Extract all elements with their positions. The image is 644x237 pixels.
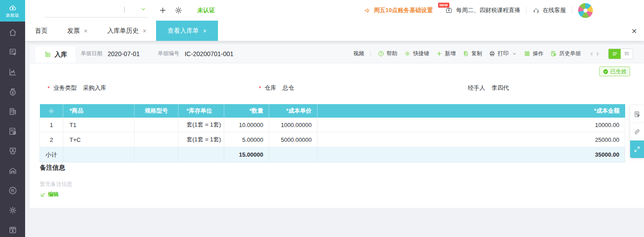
- sidebar-item-salary[interactable]: [0, 141, 25, 161]
- doc-tab-inbound[interactable]: 入库: [35, 46, 75, 63]
- date-value: 2020-07-01: [108, 50, 140, 57]
- add-button[interactable]: 新增: [436, 50, 456, 57]
- warehouse-icon: [8, 166, 17, 176]
- tab-home[interactable]: 首页: [25, 21, 57, 41]
- help-label: 帮助: [387, 50, 397, 57]
- field-value: 李四代: [492, 84, 509, 92]
- text-caret: [124, 7, 125, 13]
- doc-info-button[interactable]: [630, 105, 644, 123]
- copy-label: 复制: [471, 50, 482, 57]
- related-docs-button[interactable]: [630, 123, 644, 140]
- divider: [370, 51, 371, 57]
- copy-button[interactable]: 复制: [462, 50, 482, 57]
- inbound-order-card: 入库 单据日期 2020-07-01 单据编号 IC-20200701-001 …: [30, 44, 644, 208]
- settings-button[interactable]: [174, 5, 183, 15]
- gear-icon: [8, 206, 17, 215]
- header-qty: *数量: [224, 104, 269, 118]
- live-course-link[interactable]: NEW 每周二、四财税课程直播: [439, 6, 520, 14]
- header-spec: 规格型号: [135, 104, 178, 118]
- tab-view-inbound-order[interactable]: 查看入库单 ×: [156, 21, 218, 41]
- avatar[interactable]: [578, 3, 593, 18]
- header-product: *商品: [63, 104, 135, 118]
- tab-inbound-history[interactable]: 入库单历史 ×: [97, 21, 156, 41]
- sidebar-item-company[interactable]: [0, 101, 25, 121]
- doc-toolbar: 视频 帮助 快捷键 新增 复制 打印 操作 历史单据: [353, 48, 644, 59]
- promo-text: 周五10点账务基础设置: [374, 6, 433, 14]
- page-close-button[interactable]: ×: [628, 25, 640, 37]
- sidebar-item-invoice[interactable]: [0, 42, 25, 62]
- company-select[interactable]: [45, 4, 148, 18]
- close-icon[interactable]: ×: [84, 28, 87, 34]
- gear-icon: [404, 50, 411, 57]
- cell-amount: 25000.00: [318, 132, 625, 147]
- actions-button[interactable]: 操作: [524, 50, 544, 57]
- header-amount: *成本金额: [318, 104, 625, 118]
- tab-label: 入库单历史: [107, 27, 139, 35]
- column-settings-button[interactable]: [40, 108, 63, 114]
- card-view-toggle[interactable]: [621, 49, 633, 59]
- online-support-link[interactable]: 在线客服: [532, 6, 566, 14]
- new-badge: NEW: [438, 3, 449, 8]
- expand-button[interactable]: [630, 140, 644, 158]
- sidebar-item-reports[interactable]: [0, 62, 25, 82]
- items-table: *商品 规格型号 *库存单位 *数量 *成本单价 *成本金额 1 T1 套(1套…: [39, 104, 625, 162]
- tab-label: 首页: [35, 27, 48, 35]
- field-label: 仓库: [265, 84, 276, 92]
- sidebar-item-funds[interactable]: [0, 82, 25, 101]
- pencil-icon: [40, 192, 46, 198]
- tab-invoice[interactable]: 发票 ×: [57, 21, 97, 41]
- remark-edit-button[interactable]: 编辑: [40, 191, 59, 198]
- megaphone-icon: [364, 7, 371, 14]
- add-label: 新增: [445, 50, 456, 57]
- cell-unit: 套(1套 = 1套): [178, 132, 224, 147]
- header-price: *成本单价: [269, 104, 318, 118]
- chevron-down-icon: [512, 51, 517, 57]
- list-view-icon: [612, 51, 618, 57]
- row-index: 1: [40, 118, 63, 132]
- promo-link[interactable]: 周五10点账务基础设置: [364, 6, 433, 14]
- video-icon: [8, 225, 17, 235]
- subtotal-empty: [178, 147, 224, 162]
- history-button[interactable]: 历史单据: [550, 50, 581, 57]
- tax-icon: [8, 186, 17, 195]
- sidebar: 旗舰版: [0, 0, 25, 237]
- close-icon[interactable]: ×: [203, 28, 206, 34]
- subtotal-empty: [135, 147, 178, 162]
- home-icon: [8, 28, 17, 37]
- live-icon-wrap: NEW: [445, 6, 453, 14]
- prev-doc-button[interactable]: [588, 52, 592, 56]
- field-value: 总仓: [283, 84, 294, 92]
- list-view-toggle[interactable]: [609, 49, 621, 59]
- sidebar-item-home[interactable]: [0, 22, 25, 42]
- sidebar-item-settings[interactable]: [0, 200, 25, 220]
- chart-icon: [8, 67, 17, 77]
- hotkeys-button[interactable]: 快捷键: [404, 50, 429, 57]
- video-button[interactable]: 视频: [353, 50, 364, 57]
- print-button[interactable]: 打印: [489, 50, 517, 57]
- app-logo[interactable]: 旗舰版: [0, 0, 25, 22]
- link-icon: [633, 128, 641, 136]
- cell-qty: 10.00000: [224, 118, 269, 132]
- next-doc-button[interactable]: [597, 52, 601, 56]
- cell-amount: 10000.00: [318, 118, 625, 132]
- add-company-button[interactable]: [158, 5, 168, 15]
- printer-icon: [489, 50, 496, 57]
- remark-edit-label: 编辑: [48, 191, 59, 198]
- card-view-icon: [624, 51, 630, 57]
- field-warehouse: * 仓库 总仓: [259, 84, 294, 92]
- subtotal-amount: 35000.00: [318, 147, 625, 162]
- cashier-icon: [8, 146, 17, 156]
- verify-status-link[interactable]: 未认证: [197, 6, 215, 14]
- sidebar-item-inventory[interactable]: [0, 161, 25, 180]
- sidebar-item-statements[interactable]: [0, 121, 25, 141]
- sidebar-item-tax[interactable]: [0, 180, 25, 200]
- column-settings-header: [40, 104, 63, 118]
- help-icon: [378, 50, 384, 57]
- field-handler: 经手人 李四代: [462, 84, 509, 92]
- history-label: 历史单据: [559, 50, 581, 57]
- help-button[interactable]: 帮助: [378, 50, 397, 57]
- sidebar-nav: [0, 22, 25, 237]
- close-icon[interactable]: ×: [143, 28, 146, 34]
- sidebar-item-tutorial[interactable]: [0, 220, 25, 237]
- row-index: 2: [40, 132, 63, 147]
